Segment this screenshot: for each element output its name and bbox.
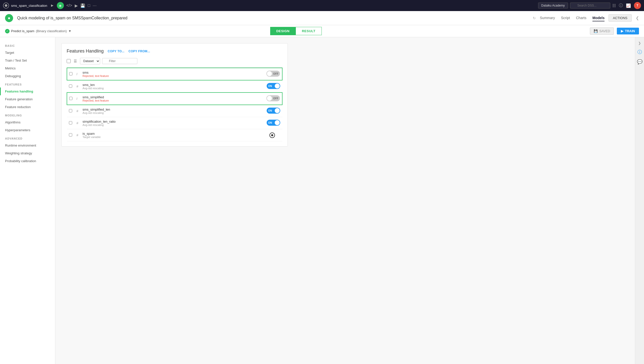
train-label: TRAIN (625, 29, 635, 33)
plugin-icon[interactable]: ◈ (57, 2, 64, 9)
avatar[interactable]: T (634, 2, 641, 9)
right-expand-icon[interactable]: ❯ (638, 41, 641, 45)
design-tab[interactable]: DESIGN (270, 27, 296, 35)
feature-toggle-sms_len[interactable]: ON (267, 83, 280, 89)
toggle-label-sms_simplified: OFF (273, 97, 278, 100)
copy-from-link[interactable]: COPY FROM... (129, 50, 150, 53)
table-toolbar: ☰ Dataset 🔍 (67, 58, 283, 68)
sidebar-item-target[interactable]: Target (0, 49, 55, 57)
train-button[interactable]: ▶ TRAIN (617, 28, 639, 34)
sidebar-section-features: FEATURES (0, 80, 55, 87)
feature-name-text-sms_len: sms_len (83, 83, 260, 87)
predict-status-icon: ✓ (5, 29, 10, 33)
more-icon[interactable]: ⋯ (93, 3, 97, 8)
select-all-checkbox[interactable] (67, 59, 71, 63)
main-layout: BASIC Target Train / Test Set Metrics De… (0, 37, 644, 364)
feature-toggle-simplification_len_ratio[interactable]: ON (267, 120, 280, 126)
feature-toggle-cell-is_spam (262, 129, 282, 141)
tab-charts[interactable]: Charts (576, 15, 586, 21)
sidebar-label-algorithms: Algorithms (5, 120, 20, 124)
grid-icon[interactable]: □ (88, 3, 90, 8)
sidebar-item-features-handling[interactable]: Features handling (0, 87, 55, 95)
feature-checkbox-sms_simplified_len[interactable] (69, 109, 72, 112)
top-nav-icons: ► ◈ </> ▶ 💾 □ ⋯ (50, 2, 97, 9)
feature-row-simplification_len_ratio: #simplification_len_ratioAvg-std rescali… (67, 117, 282, 129)
result-tab[interactable]: RESULT (296, 27, 322, 35)
main-nav-tabs: Summary Script Charts Models (540, 15, 605, 21)
toggle-knob-sms (267, 71, 272, 76)
trend-icon[interactable]: 📈 (626, 3, 631, 8)
help-icon[interactable]: ⓘ (619, 3, 623, 8)
feature-checkbox-sms_len[interactable] (69, 84, 72, 88)
feature-toggle-sms_simplified_len[interactable]: ON (267, 108, 280, 114)
sidebar-item-train-test-set[interactable]: Train / Test Set (0, 57, 55, 64)
sidebar-item-algorithms[interactable]: Algorithms (0, 118, 55, 126)
app-logo[interactable] (3, 3, 9, 9)
predict-dropdown-icon[interactable]: ▼ (68, 29, 71, 33)
feature-name-text-is_spam: is_spam (83, 132, 260, 135)
feature-name-text-sms_simplified: sms_simplified (83, 95, 260, 99)
feature-checkbox-sms_simplified[interactable] (69, 97, 72, 100)
sidebar-item-probability-calibration[interactable]: Probability calibration (0, 157, 55, 165)
sidebar-item-feature-generation[interactable]: Feature generation (0, 95, 55, 103)
sidebar-item-hyperparameters[interactable]: Hyperparameters (0, 126, 55, 134)
feature-checkbox-simplification_len_ratio[interactable] (69, 121, 72, 124)
actions-button[interactable]: ACTIONS (609, 14, 632, 22)
tab-summary[interactable]: Summary (540, 15, 555, 21)
sort-icon-button[interactable]: ☰ (73, 58, 78, 64)
toggle-knob-sms_len (275, 83, 280, 88)
sidebar-label-feature-generation: Feature generation (5, 97, 33, 101)
sidebar-item-debugging[interactable]: Debugging (0, 72, 55, 80)
project-logo: ■ (5, 14, 13, 22)
save-icon[interactable]: 💾 (80, 3, 85, 8)
sidebar-item-metrics[interactable]: Metrics (0, 64, 55, 72)
feature-checkbox-sms[interactable] (69, 72, 72, 75)
copy-to-link[interactable]: COPY TO... (108, 50, 125, 53)
sidebar-item-runtime-environment[interactable]: Runtime environment (0, 142, 55, 149)
panel-header: Features Handling COPY TO... COPY FROM..… (67, 49, 283, 54)
feature-subtitle-simplification_len_ratio: Avg-std rescaling (83, 123, 260, 126)
code-icon[interactable]: </> (66, 3, 72, 8)
predict-label-area: ✓ Predict is_spam (Binary classification… (5, 29, 267, 33)
tab-script[interactable]: Script (561, 15, 570, 21)
feature-toggle-sms[interactable]: OFF (266, 71, 280, 77)
sidebar-label-features-handling: Features handling (5, 89, 33, 93)
saved-label: SAVED (599, 29, 610, 33)
saved-button[interactable]: 💾 SAVED (590, 27, 614, 35)
forward-icon[interactable]: ► (50, 3, 54, 8)
chat-icon[interactable]: 💬 (637, 59, 642, 65)
collapse-icon[interactable]: ❮ (636, 16, 639, 20)
feature-checkbox-is_spam[interactable] (69, 133, 72, 136)
feature-toggle-cell-sms_len: ON (262, 80, 282, 93)
feature-type-icon-sms_simplified_len: # (74, 105, 80, 117)
toggle-label-simplification_len_ratio: ON (268, 121, 272, 124)
sidebar-label-weighting: Weighting strategy (5, 151, 32, 155)
sidebar-section-advanced: ADVANCED (0, 134, 55, 142)
feature-name-text-sms_simplified_len: sms_simplified_len (83, 108, 260, 111)
feature-name-cell-sms: smsRejected, text feature (80, 68, 262, 80)
dataiku-academy-button[interactable]: Dataiku Academy (538, 3, 568, 9)
sidebar-section-modeling: MODELING (0, 111, 55, 118)
dataset-select[interactable]: Dataset (80, 58, 100, 64)
feature-subtitle-sms_len: Avg-std rescaling (83, 87, 260, 90)
sidebar-item-feature-reduction[interactable]: Feature reduction (0, 103, 55, 111)
panel-title: Features Handling (67, 49, 104, 54)
info-icon[interactable]: ⓘ (637, 49, 642, 55)
apps-grid-icon[interactable]: ☷ (612, 3, 616, 8)
feature-row-is_spam: #is_spamTarget variable (67, 129, 282, 141)
feature-toggle-cell-simplification_len_ratio: ON (262, 117, 282, 129)
tab-models[interactable]: Models (592, 15, 605, 21)
search-input[interactable] (570, 3, 610, 9)
predict-text: Predict is_spam (11, 29, 34, 33)
filter-input[interactable] (102, 58, 137, 64)
feature-subtitle-sms_simplified: Rejected, text feature (83, 99, 260, 102)
run-icon[interactable]: ▶ (75, 3, 78, 8)
sidebar-label-metrics: Metrics (5, 66, 16, 70)
features-table: IsmsRejected, text featureOFF#sms_lenAvg… (67, 68, 283, 141)
toggle-label-sms_len: ON (268, 85, 272, 87)
save-floppy-icon: 💾 (594, 29, 598, 33)
toggle-knob-sms_simplified (267, 96, 272, 101)
sidebar-item-weighting-strategy[interactable]: Weighting strategy (0, 149, 55, 157)
feature-toggle-cell-sms_simplified: OFF (262, 93, 282, 105)
feature-toggle-sms_simplified[interactable]: OFF (266, 95, 280, 101)
